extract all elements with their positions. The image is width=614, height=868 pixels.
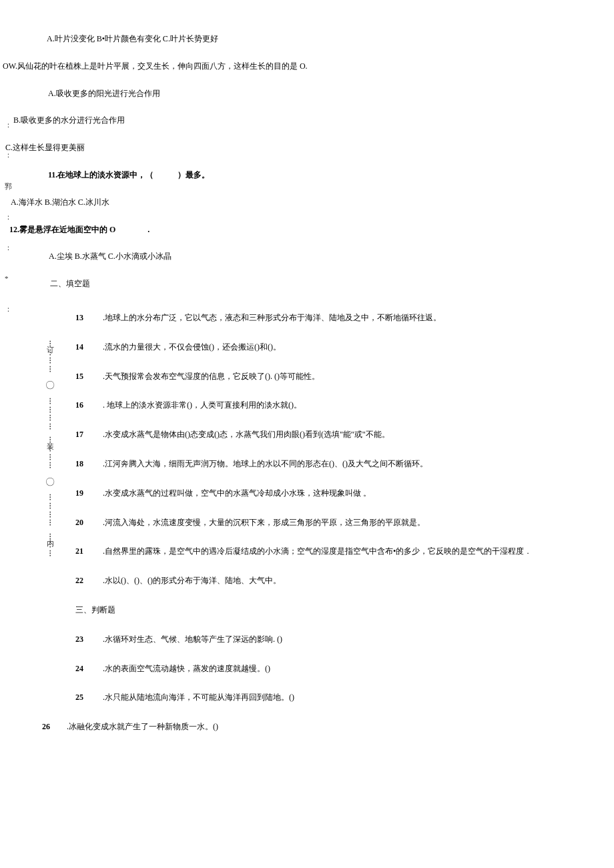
gutter-dots: ⁝⁝⁝⁝ [43, 436, 57, 470]
q20-text: .河流入海处，水流速度变慢，大量的沉积下来，形成三角形的平原，这三角形的平原就是… [103, 518, 425, 527]
q20: 20 .河流入海处，水流速度变慢，大量的沉积下来，形成三角形的平原，这三角形的平… [75, 517, 614, 528]
gutter-circle: 〇 [43, 476, 57, 489]
gutter-dots: ⁝⁝⁝⁝ [43, 340, 57, 374]
q23-text: .水循环对生态、气候、地貌等产生了深远的影响. () [103, 634, 282, 644]
q15-text: .天气预报常会发布空气湿度的信息，它反映了(). ()等可能性。 [103, 372, 320, 381]
section-2-title: 二、填空题 [50, 278, 614, 290]
q25-text: .水只能从陆地流向海洋，不可能从海洋再回到陆地。() [103, 693, 294, 702]
margin-marker: * [5, 274, 9, 284]
q25: 25 .水只能从陆地流向海洋，不可能从海洋再回到陆地。() [75, 692, 614, 703]
q11-label: 11.在地球上的淡水资源中，（ ）最多。 [48, 170, 210, 179]
q10-option-b: B.吸收更多的水分进行光合作用 [13, 115, 614, 126]
q16-num: 16 [75, 400, 95, 411]
q15-num: 15 [75, 371, 95, 382]
q13-num: 13 [75, 312, 95, 324]
q18-num: 18 [75, 458, 95, 470]
q10-option-c: C.这样生长显得更美丽 [5, 142, 614, 153]
q19: 19 .水变成水蒸气的过程叫做，空气中的水蒸气冷却成小水珠，这种现象叫做 。 [75, 488, 614, 499]
q18: 18 .江河奔腾入大海，细雨无声润万物。地球上的水以不同的形态在()、()及大气… [75, 458, 614, 470]
q23-num: 23 [75, 634, 95, 645]
q19-num: 19 [75, 488, 95, 499]
q12-label: 12.雾是悬浮在近地面空中的 O . [9, 225, 149, 234]
q24-text: .水的表面空气流动越快，蒸发的速度就越慢。() [103, 664, 270, 673]
q11-text: 11.在地球上的淡水资源中，（ ）最多。 [48, 169, 614, 181]
margin-marker: ： [5, 212, 12, 222]
margin-marker: 郛 [5, 181, 12, 191]
gutter-dots: ⁝⁝⁝⁝ [43, 398, 57, 431]
gutter-dots: ⁝⁝⁝⁝ [43, 494, 57, 527]
q26: 26 .冰融化变成水就产生了一种新物质一水。() [42, 721, 614, 733]
q15: 15 .天气预报常会发布空气湿度的信息，它反映了(). ()等可能性。 [75, 371, 614, 382]
q16: 16 . 地球上的淡水资源非常()，人类可直接利用的淡水就()。 [75, 400, 614, 411]
q24-num: 24 [75, 663, 95, 675]
q24: 24 .水的表面空气流动越快，蒸发的速度就越慢。() [75, 663, 614, 675]
q21-num: 21 [75, 546, 95, 557]
q17-text: .水变成水蒸气是物体由()态变成()态，水蒸气我们用肉眼()看到(选填"能"或"… [103, 430, 390, 439]
q18-text: .江河奔腾入大海，细雨无声润万物。地球上的水以不同的形态在()、()及大气之间不… [103, 459, 428, 468]
gutter-dots: ⁝⁝⁝ [43, 533, 57, 558]
q19-text: .水变成水蒸气的过程叫做，空气中的水蒸气冷却成小水珠，这种现象叫做 。 [103, 488, 371, 498]
q23: 23 .水循环对生态、气候、地貌等产生了深远的影响. () [75, 634, 614, 645]
q22-text: .水以()、()、()的形式分布于海洋、陆地、大气中。 [103, 576, 281, 585]
q13-text: .地球上的水分布广泛，它以气态，液态和三种形式分布于海洋、陆地及之中，不断地循环… [103, 313, 441, 322]
margin-marker: ： [5, 243, 12, 253]
q14: 14 .流水的力量很大，不仅会侵蚀()，还会搬运()和()。 [75, 342, 614, 353]
q12-text: 12.雾是悬浮在近地面空中的 O . [9, 224, 614, 236]
q21: 21 .自然界里的露珠，是空气中的遇冷后凝结成的小水滴；空气的湿度是指空气中含布… [75, 546, 614, 557]
section-3-title: 三、判断题 [75, 604, 614, 616]
q22-num: 22 [75, 575, 95, 586]
q14-text: .流水的力量很大，不仅会侵蚀()，还会搬运()和()。 [103, 342, 281, 352]
q9-options: A.叶片没变化 B•叶片颜色有变化 C.叶片长势更好 [47, 33, 614, 45]
q17: 17 .水变成水蒸气是物体由()态变成()态，水蒸气我们用肉眼()看到(选填"能… [75, 429, 614, 440]
q26-num: 26 [42, 721, 62, 733]
q14-num: 14 [75, 342, 95, 353]
q11-options: A.海洋水 B.湖泊水 C.冰川水 [11, 197, 614, 208]
q13: 13 .地球上的水分布广泛，它以气态，液态和三种形式分布于海洋、陆地及之中，不断… [75, 312, 614, 324]
q10-text: OW.风仙花的叶在植株上是叶片平展，交叉生长，伸向四面八方，这样生长的目的是 O… [3, 61, 614, 72]
q21-text: .自然界里的露珠，是空气中的遇冷后凝结成的小水滴；空气的湿度是指空气中含布•的多… [103, 546, 532, 556]
q10-option-a: A.吸收更多的阳光进行光合作用 [48, 88, 614, 99]
q12-options: A.尘埃 B.水蒸气 C.小水滴或小冰晶 [49, 251, 614, 262]
gutter-circle: 〇 [43, 379, 57, 392]
gutter-binding-marks: 订 ⁝⁝⁝⁝ 〇 ⁝⁝⁝⁝ 装 ⁝⁝⁝⁝ 〇 ⁝⁝⁝⁝ 内 ⁝⁝⁝ [43, 340, 57, 563]
q25-num: 25 [75, 692, 95, 703]
q16-text: . 地球上的淡水资源非常()，人类可直接利用的淡水就()。 [103, 400, 302, 410]
margin-marker: ： [5, 304, 12, 314]
q17-num: 17 [75, 429, 95, 440]
q20-num: 20 [75, 517, 95, 528]
q26-text: .冰融化变成水就产生了一种新物质一水。() [67, 722, 218, 731]
q22: 22 .水以()、()、()的形式分布于海洋、陆地、大气中。 [75, 575, 614, 586]
margin-marker: ： [5, 120, 12, 130]
